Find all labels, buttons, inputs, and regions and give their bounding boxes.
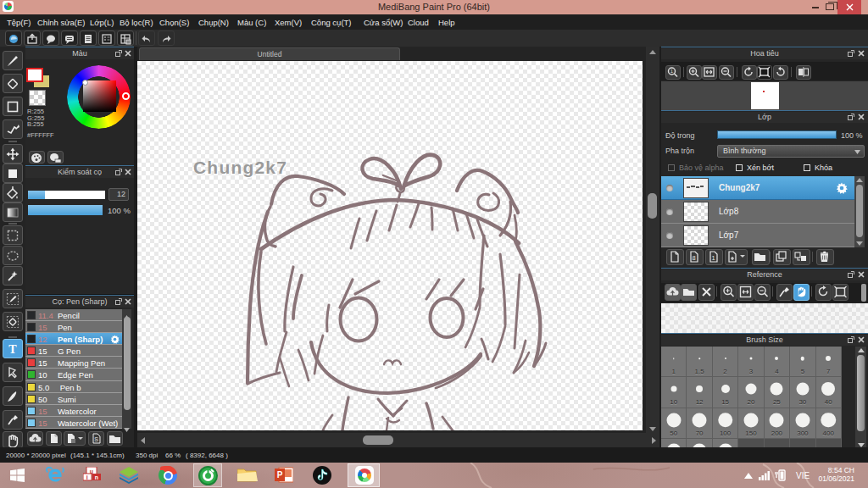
svg-text:S: S	[94, 436, 98, 442]
svg-text:8: 8	[692, 254, 695, 262]
svg-text:Chung2k7: Chung2k7	[193, 158, 287, 177]
svg-text:i: i	[86, 474, 88, 480]
svg-text:1: 1	[670, 69, 674, 74]
svg-text:T: T	[8, 343, 17, 356]
svg-text:1: 1	[711, 254, 715, 262]
svg-text:P: P	[277, 470, 283, 480]
svg-text:u: u	[90, 469, 93, 474]
svg-text:n: n	[95, 474, 98, 480]
